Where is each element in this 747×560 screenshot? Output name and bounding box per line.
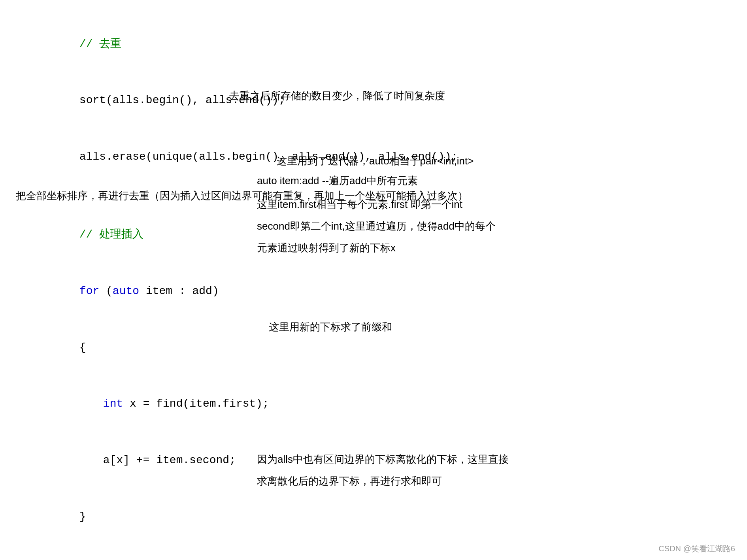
annotation-boundary1-text: 因为alls中也有区间边界的下标离散化的下标，这里直接 [257, 453, 509, 465]
annotation-auto-add: auto item:add --遍历add中所有元素 [257, 174, 418, 188]
annotation-dedup: 去重之后所存储的数目变少，降低了时间复杂度 [229, 89, 445, 103]
annotation-mapping-text: 元素通过映射得到了新的下标x [257, 242, 396, 254]
code-line-comment-prefix: // 预处理前缀和 [40, 549, 731, 560]
keyword-for-1: for [79, 285, 99, 297]
keyword-auto-1: auto [113, 285, 139, 297]
comment-insert: // 处理插入 [79, 228, 143, 241]
annotation-iterator-text: 这里用到了迭代器，auto相当于pair<int,int> [277, 155, 473, 167]
annotation-dedup-text: 去重之后所存储的数目变少，降低了时间复杂度 [229, 90, 445, 102]
brace-open-1: { [79, 341, 86, 354]
annotation-item-first: 这里item.first相当于每个元素.first 即第一个int [257, 198, 462, 211]
comment-1: // 去重 [79, 38, 121, 50]
annotation-auto-add-text: auto item:add --遍历add中所有元素 [257, 175, 418, 187]
watermark: CSDN @笑看江湖路6 [658, 543, 735, 554]
code-line-int-x: int x = find(item.first); [63, 376, 731, 432]
main-container: // 去重 sort(alls.begin(), alls.end()); al… [0, 0, 747, 560]
annotation-iterator: 这里用到了迭代器，auto相当于pair<int,int> [277, 154, 473, 168]
annotation-prefix-sum-text: 这里用新的下标求了前缀和 [269, 321, 392, 333]
annotation-second: second即第二个int,这里通过遍历，使得add中的每个 [257, 219, 496, 233]
code-line-1: // 去重 [40, 16, 731, 72]
code-line-brace-close-1: } [40, 488, 731, 545]
watermark-text: CSDN @笑看江湖路6 [658, 544, 735, 553]
code-text-for-add: ( [99, 285, 113, 297]
code-line-for-add: for (auto item : add) [40, 263, 731, 319]
annotation-prefix-sum: 这里用新的下标求了前缀和 [269, 320, 392, 334]
code-text-for-add-2: item : add) [139, 285, 219, 297]
annotation-boundary1: 因为alls中也有区间边界的下标离散化的下标，这里直接 [257, 453, 509, 466]
annotation-boundary2: 求离散化后的边界下标，再进行求和即可 [257, 474, 442, 488]
annotation-item-first-text: 这里item.first相当于每个元素.first 即第一个int [257, 198, 462, 210]
brace-close-1: } [79, 511, 86, 523]
keyword-int-1: int [103, 398, 123, 410]
annotation-mapping: 元素通过映射得到了新的下标x [257, 241, 396, 255]
annotation-boundary2-text: 求离散化后的边界下标，再进行求和即可 [257, 475, 442, 487]
code-text-int-x: x = find(item.first); [123, 398, 269, 410]
annotation-second-text: second即第二个int,这里通过遍历，使得add中的每个 [257, 220, 496, 232]
code-text-ax: a[x] += item.second; [103, 454, 236, 466]
